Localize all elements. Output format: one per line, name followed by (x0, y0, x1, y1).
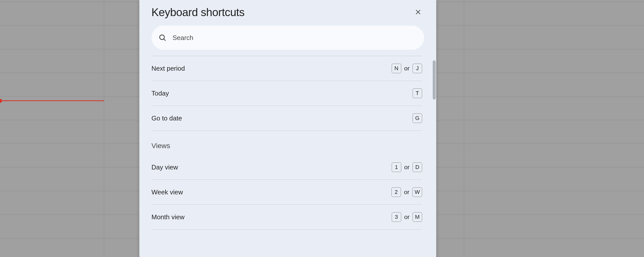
key-badge: G (413, 113, 422, 123)
key-badge: N (392, 64, 401, 73)
search-input[interactable] (173, 34, 417, 42)
time-gutter (0, 0, 104, 257)
shortcut-row-month-view: Month view 3 or M (151, 205, 422, 230)
dialog-title: Keyboard shortcuts (151, 6, 245, 19)
key-badge: 2 (391, 187, 401, 197)
shortcut-row-next-period: Next period N or J (151, 56, 422, 81)
shortcut-label: Next period (151, 65, 185, 72)
shortcut-keys: 2 or W (391, 187, 422, 197)
key-badge: W (412, 187, 422, 197)
or-separator: or (404, 189, 409, 196)
key-badge: D (413, 162, 422, 172)
svg-line-3 (164, 39, 166, 41)
key-badge: T (413, 89, 422, 98)
shortcut-keys: 1 or D (392, 162, 422, 172)
search-icon (158, 34, 167, 42)
key-badge: 1 (392, 162, 401, 172)
keyboard-shortcuts-dialog: Keyboard shortcuts Next period N (139, 0, 436, 257)
svg-point-2 (160, 35, 165, 40)
shortcut-keys: G (413, 113, 422, 123)
shortcuts-list[interactable]: Next period N or J Today T Go to date G … (139, 56, 436, 257)
key-badge: M (413, 212, 422, 222)
key-badge: J (413, 64, 422, 73)
shortcut-row-go-to-date: Go to date G (151, 106, 422, 131)
shortcut-row-today: Today T (151, 81, 422, 106)
shortcut-label: Month view (151, 213, 185, 221)
scrollbar-thumb[interactable] (433, 60, 436, 100)
key-badge: 3 (392, 212, 401, 222)
close-button[interactable] (412, 6, 424, 18)
shortcut-label: Day view (151, 163, 178, 171)
shortcut-row-day-view: Day view 1 or D (151, 155, 422, 180)
shortcut-keys: N or J (392, 64, 422, 73)
shortcut-label: Week view (151, 188, 183, 196)
or-separator: or (404, 213, 410, 221)
shortcut-keys: T (413, 89, 422, 98)
shortcut-row-week-view: Week view 2 or W (151, 180, 422, 205)
or-separator: or (404, 164, 410, 171)
shortcut-keys: 3 or M (392, 212, 422, 222)
dialog-header: Keyboard shortcuts (139, 0, 436, 24)
shortcut-label: Today (151, 90, 169, 97)
current-time-indicator (0, 100, 104, 101)
day-column (464, 0, 644, 257)
or-separator: or (404, 65, 410, 72)
section-header-views: Views (151, 131, 422, 155)
search-container (151, 26, 424, 50)
shortcut-label: Go to date (151, 114, 182, 122)
close-icon (415, 9, 422, 16)
